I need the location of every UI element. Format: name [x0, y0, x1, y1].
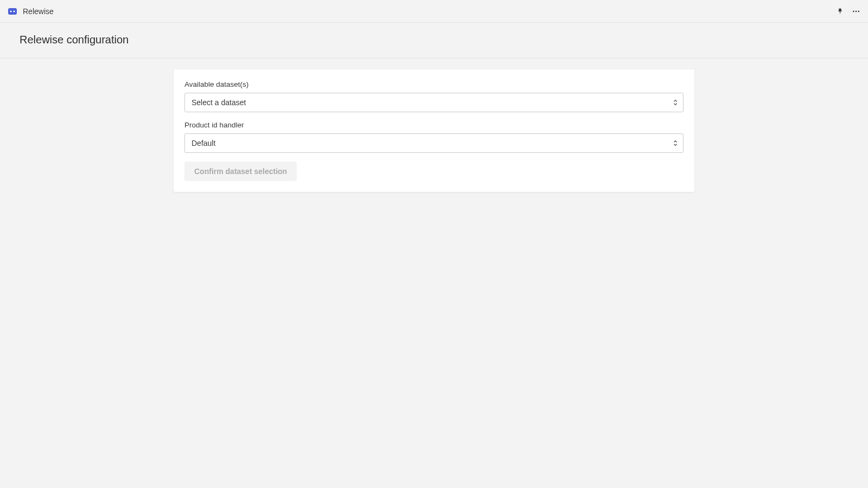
dataset-select-wrapper: Select a dataset — [184, 93, 684, 112]
svg-point-1 — [10, 10, 11, 12]
svg-point-5 — [858, 10, 859, 12]
dataset-form-group: Available dataset(s) Select a dataset — [184, 80, 684, 112]
app-name-label: Relewise — [23, 7, 54, 16]
svg-point-2 — [13, 10, 15, 12]
configuration-card: Available dataset(s) Select a dataset Pr… — [174, 69, 694, 192]
dataset-select[interactable]: Select a dataset — [184, 93, 684, 112]
content-area: Available dataset(s) Select a dataset Pr… — [0, 59, 868, 203]
confirm-dataset-button[interactable]: Confirm dataset selection — [184, 162, 297, 181]
handler-select-wrapper: Default — [184, 133, 684, 153]
pin-icon[interactable] — [835, 7, 844, 16]
top-bar-right — [835, 7, 860, 16]
handler-select[interactable]: Default — [184, 133, 684, 153]
dataset-label: Available dataset(s) — [184, 80, 684, 88]
page-header: Relewise configuration — [0, 23, 868, 59]
more-options-icon[interactable] — [852, 7, 860, 16]
handler-label: Product id handler — [184, 121, 684, 129]
svg-point-3 — [853, 10, 854, 12]
top-bar-left: Relewise — [8, 7, 54, 16]
relewise-logo-icon — [8, 7, 17, 16]
handler-form-group: Product id handler Default — [184, 121, 684, 153]
dataset-select-value: Select a dataset — [192, 98, 246, 107]
top-bar: Relewise — [0, 0, 868, 23]
handler-select-value: Default — [192, 139, 215, 147]
page-title: Relewise configuration — [20, 34, 848, 46]
svg-point-4 — [856, 10, 857, 12]
svg-rect-0 — [8, 8, 17, 15]
